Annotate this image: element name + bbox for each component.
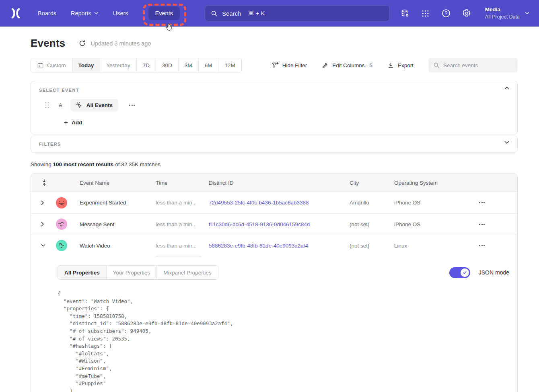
results-highlight: 100 most recent results	[53, 161, 114, 167]
date-range-12m[interactable]: 12M	[218, 58, 241, 72]
nav-item-events[interactable]: Events	[148, 6, 180, 20]
filters-label: FILTERS	[39, 142, 509, 146]
download-icon	[387, 62, 394, 69]
expand-chevron-down-icon[interactable]	[504, 141, 509, 144]
sort-time-icon[interactable]	[31, 179, 49, 186]
chevron-down-icon	[525, 12, 529, 15]
date-range-label: Today	[78, 62, 94, 68]
col-header-distinct-id[interactable]: Distinct ID	[209, 180, 350, 186]
col-header-city[interactable]: City	[350, 180, 394, 186]
nav-item-reports[interactable]: Reports	[71, 10, 99, 17]
date-range-label: 12M	[224, 62, 235, 68]
cell-distinct-id[interactable]: f11c30d6-dc6d-4518-9136-0d046159c84d	[209, 221, 350, 227]
filters-card[interactable]: FILTERS	[31, 136, 518, 153]
event-detail-panel: All PropertiesYour PropertiesMixpanel Pr…	[31, 256, 517, 392]
project-selector[interactable]: Media All Project Data	[485, 6, 529, 20]
search-icon	[211, 10, 218, 17]
results-suffix: of 82.35K matches	[113, 161, 160, 167]
cell-event-name: Watch Video	[80, 243, 156, 249]
row-actions-ellipsis-button[interactable]	[477, 243, 486, 249]
cell-operating-system: Linux	[394, 243, 477, 249]
cell-distinct-id[interactable]: 5886283e-e9fb-48fb-81de-40e9093a2af4	[209, 243, 350, 249]
apps-grid-icon[interactable]	[421, 9, 430, 18]
event-options-ellipsis-button[interactable]	[128, 103, 136, 107]
json-mode-label: JSON mode	[479, 269, 509, 276]
search-icon	[433, 62, 440, 68]
tab-all-properties[interactable]: All Properties	[58, 266, 106, 279]
tab-mixpanel-properties[interactable]: Mixpanel Properties	[156, 266, 218, 279]
edit-columns-button[interactable]: Edit Columns · 5	[322, 62, 372, 69]
svg-text:?: ?	[444, 10, 447, 16]
date-range-6m[interactable]: 6M	[198, 58, 218, 72]
drag-handle-icon[interactable]	[45, 102, 49, 109]
cell-city: (not set)	[350, 221, 394, 227]
events-table: Event Name Time Distinct ID City Operati…	[31, 173, 518, 392]
table-row[interactable]: Message Sentless than a min...f11c30d6-d…	[31, 213, 517, 235]
row-actions-ellipsis-button[interactable]	[477, 200, 486, 206]
cell-time: less than a min...	[156, 221, 209, 227]
date-range-label: 3M	[185, 62, 192, 68]
date-range-custom[interactable]: Custom	[31, 58, 72, 72]
row-actions-ellipsis-button[interactable]	[477, 221, 486, 227]
export-button[interactable]: Export	[387, 62, 414, 69]
hide-filter-button[interactable]: Hide Filter	[272, 62, 307, 69]
event-avatar-icon	[56, 219, 67, 230]
tab-your-properties[interactable]: Your Properties	[106, 266, 157, 279]
table-row[interactable]: Watch Videoless than a min...5886283e-e9…	[31, 235, 517, 256]
col-header-operating-system[interactable]: Operating System	[394, 180, 477, 186]
search-label: Search	[222, 10, 241, 17]
nav-item-label: Boards	[38, 10, 56, 17]
settings-gear-icon[interactable]	[462, 9, 471, 18]
mixpanel-logo-icon[interactable]	[10, 7, 22, 19]
col-header-event-name[interactable]: Event Name	[80, 180, 156, 186]
row-expand-chevron-right-icon[interactable]	[31, 222, 49, 227]
table-body: Experiment Startedless than a min...72d4…	[31, 192, 517, 256]
search-events-input[interactable]	[443, 62, 508, 68]
cell-operating-system: iPhone OS	[394, 200, 477, 206]
col-header-time[interactable]: Time	[156, 180, 209, 186]
date-range-3m[interactable]: 3M	[178, 58, 198, 72]
page-title: Events	[31, 37, 65, 50]
cell-city: (not set)	[350, 243, 394, 249]
select-event-card: SELECT EVENT A All Events +	[31, 81, 518, 134]
date-range-segmented-control: CustomTodayYesterday7D30D3M6M12M	[31, 58, 242, 72]
hide-filter-label: Hide Filter	[282, 62, 307, 68]
top-navigation: BoardsReportsUsersEvents Search ⌘ + K	[0, 0, 539, 27]
event-json-viewer[interactable]: { "event": "Watch Video", "properties": …	[58, 290, 509, 392]
export-label: Export	[398, 62, 414, 68]
project-scope: All Project Data	[485, 14, 520, 21]
data-management-icon[interactable]	[401, 9, 409, 18]
cell-event-name: Experiment Started	[80, 200, 156, 206]
chevron-down-icon	[94, 12, 99, 15]
table-row[interactable]: Experiment Startedless than a min...72d4…	[31, 192, 517, 213]
hand-cursor-icon	[164, 23, 173, 32]
global-search-input[interactable]: Search ⌘ + K	[205, 5, 390, 21]
search-events-field[interactable]	[428, 58, 518, 72]
date-range-label: 7D	[143, 62, 150, 68]
nav-item-users[interactable]: Users	[113, 10, 128, 17]
row-collapse-chevron-down-icon[interactable]	[31, 244, 49, 247]
toggle-check-icon	[461, 268, 469, 277]
row-expand-chevron-right-icon[interactable]	[31, 200, 49, 205]
select-event-label: SELECT EVENT	[39, 88, 509, 93]
json-mode-toggle[interactable]	[449, 267, 470, 278]
add-event-button[interactable]: + Add	[64, 119, 82, 126]
nav-item-label: Reports	[71, 10, 91, 17]
results-prefix: Showing	[31, 161, 53, 167]
add-label: Add	[72, 120, 82, 126]
date-range-today[interactable]: Today	[72, 58, 100, 72]
help-icon[interactable]: ?	[442, 9, 451, 18]
main-content: Events Updated 3 minutes ago CustomToday…	[0, 27, 539, 392]
table-header-row: Event Name Time Distinct ID City Operati…	[31, 174, 517, 192]
sparkle-cursor-icon	[76, 102, 83, 109]
event-avatar-icon	[56, 240, 67, 251]
collapse-chevron-up-icon[interactable]	[504, 87, 509, 90]
refresh-icon[interactable]	[78, 39, 86, 47]
properties-tabs: All PropertiesYour PropertiesMixpanel Pr…	[58, 265, 218, 280]
nav-item-boards[interactable]: Boards	[38, 10, 56, 17]
event-selector-button[interactable]: All Events	[70, 99, 118, 111]
date-range-7d[interactable]: 7D	[136, 58, 156, 72]
date-range-yesterday[interactable]: Yesterday	[100, 58, 136, 72]
cell-distinct-id[interactable]: 72d49553-25fc-4f0c-b436-1b5ac6ab3388	[209, 200, 350, 206]
date-range-30d[interactable]: 30D	[156, 58, 178, 72]
